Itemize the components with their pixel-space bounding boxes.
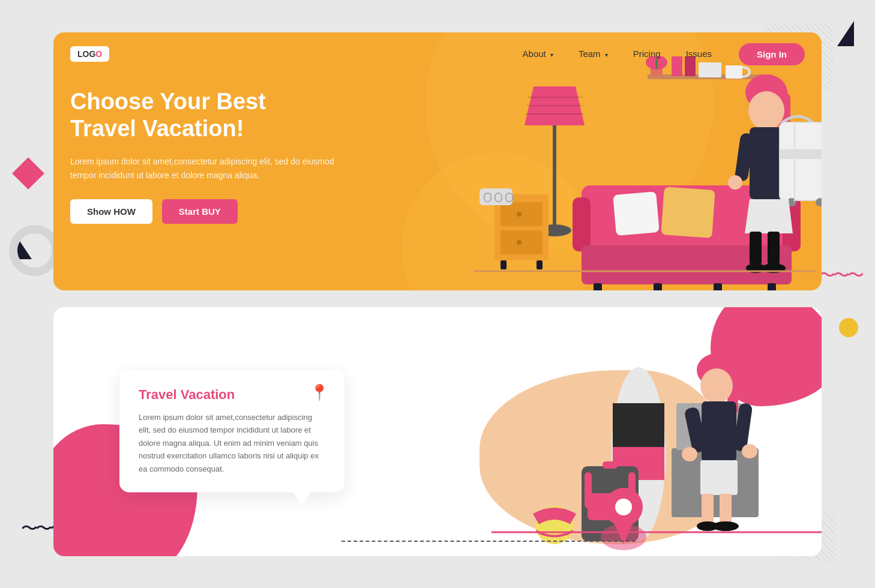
room-svg (401, 56, 822, 290)
triangle-decoration-tr (837, 21, 854, 46)
section2-illustration (371, 310, 822, 556)
logo-text: LOG (77, 49, 95, 59)
signin-button[interactable]: Sign In (739, 43, 805, 65)
nav-links: About ▾ Team ▾ Pricing (523, 49, 712, 59)
navbar: LOGO About ▾ Team ▾ (53, 32, 822, 76)
svg-rect-19 (501, 260, 507, 269)
location-pin-icon: 📍 (310, 383, 329, 402)
svg-rect-29 (594, 283, 602, 290)
nav-team-label: Team (579, 49, 601, 59)
show-how-button[interactable]: Show HOW (70, 199, 152, 224)
circle-decoration-left (9, 225, 60, 276)
about-chevron-icon: ▾ (550, 52, 553, 58)
svg-rect-26 (573, 197, 591, 251)
svg-point-76 (742, 444, 757, 458)
svg-rect-33 (613, 191, 660, 235)
svg-rect-48 (768, 232, 780, 265)
svg-point-67 (615, 499, 632, 515)
chat-card-title: Travel Vacation (139, 387, 325, 403)
svg-rect-53 (613, 403, 664, 448)
svg-rect-12 (553, 125, 556, 227)
hero-content: Choose Your Best Travel Vacation! Lorem … (53, 76, 353, 242)
nav-issues-label: Issues (686, 49, 712, 59)
svg-marker-46 (745, 199, 793, 233)
bottom-dashes (341, 541, 636, 542)
svg-rect-41 (780, 122, 822, 200)
team-chevron-icon: ▾ (605, 52, 608, 58)
svg-rect-61 (585, 472, 592, 508)
nav-pricing-label: Pricing (633, 49, 661, 59)
svg-rect-78 (702, 494, 714, 524)
diamond-decoration (12, 157, 44, 190)
chat-tail (292, 491, 311, 506)
nav-about-label: About (523, 49, 546, 59)
svg-rect-47 (750, 232, 762, 265)
chat-card-description: Lorem ipsum dolor sit amet,consectetur a… (139, 411, 325, 475)
svg-rect-72 (702, 401, 736, 461)
svg-rect-20 (537, 260, 543, 269)
svg-point-16 (517, 212, 522, 217)
svg-rect-77 (700, 460, 738, 495)
section-1-hero: LOGO About ▾ Team ▾ (53, 32, 822, 290)
nav-issues[interactable]: Issues (686, 49, 712, 59)
logo-o: O (95, 49, 102, 59)
svg-point-40 (728, 175, 742, 190)
hero-buttons: Show HOW Start BUY (70, 199, 337, 224)
hero-description: Lorem ipsum dolor sit amet,consectetur a… (70, 155, 337, 182)
svg-rect-32 (768, 283, 776, 290)
room-illustration (401, 56, 822, 290)
nav-about[interactable]: About ▾ (523, 49, 553, 59)
start-buy-button[interactable]: Start BUY (162, 199, 238, 224)
nav-pricing[interactable]: Pricing (633, 49, 661, 59)
svg-rect-63 (603, 461, 618, 469)
svg-point-75 (682, 447, 697, 461)
nav-team[interactable]: Team ▾ (579, 49, 608, 59)
svg-point-37 (748, 91, 784, 130)
svg-rect-31 (714, 283, 722, 290)
section-2-travel: 📍 Travel Vacation Lorem ipsum dolor sit … (53, 307, 822, 556)
svg-rect-79 (720, 494, 732, 524)
svg-rect-34 (661, 187, 715, 238)
logo: LOGO (70, 46, 109, 62)
svg-rect-42 (780, 149, 822, 159)
hero-title: Choose Your Best Travel Vacation! (70, 88, 337, 143)
svg-rect-30 (654, 283, 662, 290)
svg-point-81 (712, 521, 739, 531)
svg-point-71 (700, 368, 733, 403)
svg-point-18 (517, 240, 522, 245)
chat-card: 📍 Travel Vacation Lorem ipsum dolor sit … (119, 370, 344, 492)
wavy-decoration-right: 〜〜〜 (819, 264, 862, 287)
circle-decoration-right (839, 318, 858, 337)
